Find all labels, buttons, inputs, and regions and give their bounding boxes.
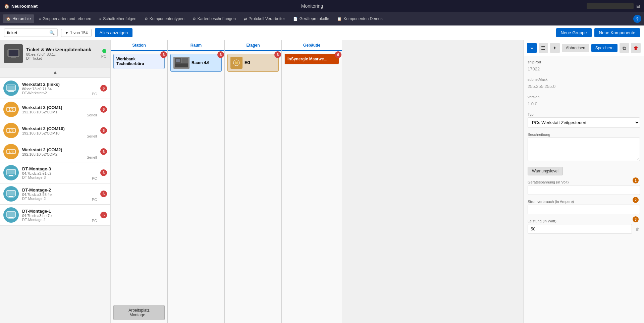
nav-hierarchie[interactable]: 🏠 Hierarchie <box>3 14 34 23</box>
beschreibung-textarea[interactable] <box>528 138 640 161</box>
right-form: shipPort 17022 subnetMask 255.255.255.0 … <box>524 56 644 323</box>
nav-geraeteprotokolle[interactable]: 📄 Geräteprotokolle <box>290 14 333 23</box>
comp-mac: 192.168.10.52/COM2 <box>22 152 83 156</box>
svg-rect-29 <box>175 63 188 67</box>
hierarchy-columns: Station WerkbankTechnikerbüro 6 Arbeitsp… <box>111 40 523 323</box>
stromverbrauch-input[interactable] <box>528 205 640 214</box>
raum-body: Raum 4.6 6 <box>168 51 224 323</box>
comp-label: DT-Montage-1 <box>22 218 89 222</box>
list-item[interactable]: Werkstatt 2 (links)80:ee:73:c0:71:34DT-W… <box>0 78 110 99</box>
comp-name: Werkstatt 2 (COM2) <box>22 147 83 152</box>
svg-rect-30 <box>176 59 180 62</box>
show-all-button[interactable]: Alles anzeigen <box>95 28 133 37</box>
topbar-right: ⊞ <box>587 3 640 9</box>
comp-mac: 192.168.10.52/COM1 <box>22 110 83 114</box>
svg-text:I/O: I/O <box>9 151 14 154</box>
device-icon-box <box>4 44 23 63</box>
svg-rect-24 <box>9 217 13 218</box>
comp-icon-pc <box>3 207 19 223</box>
station-item-werkbank[interactable]: WerkbankTechnikerbüro 6 <box>113 54 165 69</box>
svg-text:I/O: I/O <box>9 129 14 132</box>
comp-info: DT-Montage-304:7b:cb:a3:e1:c2DT-Montage-… <box>22 166 89 179</box>
svg-rect-28 <box>182 58 188 63</box>
nav-protokoll[interactable]: ⇄ Protokoll Verarbeiter <box>240 14 288 23</box>
raum-thumbnail <box>173 57 190 69</box>
svg-rect-5 <box>7 86 15 90</box>
comp-name: DT-Montage-1 <box>22 209 89 214</box>
list-item[interactable]: I/OWerkstatt 2 (COM1)192.168.10.52/COM1S… <box>0 99 110 120</box>
comp-badge: 6 <box>100 106 107 113</box>
nav-gruppenarten-label: Gruppenarten und -ebenen <box>43 16 91 21</box>
component-list: ▲ Werkstatt 2 (links)80:ee:73:c0:71:34DT… <box>0 67 110 323</box>
leistung-input[interactable] <box>528 224 632 234</box>
warnungslevel-button[interactable]: Warnungslevel <box>528 167 563 175</box>
svg-rect-19 <box>7 191 15 196</box>
nav-komponentendemos[interactable]: 📋 Komponenten Demos <box>334 14 386 23</box>
raum-item-raum46[interactable]: Raum 4.6 6 <box>170 54 222 72</box>
device-info: Ticket & Werkzeugdatenbank 80:ee:73:d4:8… <box>26 47 98 60</box>
svg-rect-33 <box>236 61 237 62</box>
list-tool-button[interactable]: ☰ <box>539 43 548 53</box>
list-item[interactable]: DT-Montage-204:7b:cb:a3:98:4eDT-Montage-… <box>0 183 110 205</box>
delete-button[interactable]: 🗑 <box>631 43 641 53</box>
arrows-tool-button[interactable]: » <box>527 43 537 53</box>
toolbar: 🔍 ▼ 1 von 154 Alles anzeigen Neue Gruppe… <box>0 25 644 40</box>
komponentendemos-icon: 📋 <box>337 17 342 21</box>
center-panel: Station WerkbankTechnikerbüro 6 Arbeitsp… <box>111 40 523 323</box>
etagen-header: Etagen <box>225 40 281 51</box>
nav-schaltreihenfolgen[interactable]: ≡ Schaltreihenfolgen <box>96 14 140 23</box>
star-tool-button[interactable]: ✦ <box>550 43 560 53</box>
search-input[interactable] <box>7 30 47 35</box>
version-value: 1.0.0 <box>528 100 640 108</box>
neue-gruppe-button[interactable]: Neue Gruppe <box>556 28 592 37</box>
comp-badge: 6 <box>100 148 107 155</box>
nav-protokoll-label: Protokoll Verarbeiter <box>249 16 285 21</box>
comp-mac: 80:ee:73:c0:71:34 <box>22 87 89 91</box>
comp-type-badge: PC <box>92 219 97 223</box>
leistung-delete-icon[interactable]: 🗑 <box>635 226 640 232</box>
neue-komponente-button[interactable]: Neue Komponente <box>594 28 640 37</box>
collapse-list-button[interactable]: ▲ <box>0 67 110 78</box>
comp-label: DT-Montage-3 <box>22 175 89 179</box>
svg-rect-7 <box>8 91 14 92</box>
comp-info: DT-Montage-204:7b:cb:a3:98:4eDT-Montage-… <box>22 187 89 201</box>
filter-count: 1 von 154 <box>70 31 88 35</box>
gebaeude-item-insynergie[interactable]: InSynergie Maarwe... 6 <box>284 54 339 64</box>
nav-kartenbeschriftungen[interactable]: ⚙ Kartenbeschriftungen <box>189 14 239 23</box>
help-button[interactable]: ? <box>633 15 641 23</box>
etage-icon <box>230 57 243 69</box>
device-card[interactable]: Ticket & Werkzeugdatenbank 80:ee:73:d4:8… <box>0 40 110 67</box>
svg-rect-2 <box>11 57 16 58</box>
shipport-value: 17022 <box>528 65 640 73</box>
shipport-group: shipPort 17022 <box>528 60 640 73</box>
abbrechen-button[interactable]: Abbrechen <box>562 44 589 52</box>
list-item[interactable]: I/OWerkstatt 2 (COM2)192.168.10.52/COM2S… <box>0 141 110 162</box>
subnetmask-group: subnetMask 255.255.255.0 <box>528 77 640 90</box>
list-item[interactable]: I/OWerkstatt 2 (COM10)192.168.10.52/COM1… <box>0 120 110 141</box>
leistung-badge: 3 <box>633 216 639 222</box>
etage-item-eg[interactable]: EG 6 <box>227 54 279 72</box>
raum-column: Raum Raum 4.6 6 <box>168 40 225 323</box>
device-type: DT-Ticket <box>26 56 98 60</box>
right-toolbar: » ☰ ✦ Abbrechen Speichern ⧉ 🗑 <box>524 40 644 56</box>
copy-button[interactable]: ⧉ <box>620 43 629 53</box>
arbeitsplatz-item[interactable]: ArbeitsplatzMontage... <box>113 305 165 320</box>
right-panel: » ☰ ✦ Abbrechen Speichern ⧉ 🗑 shipPort 1… <box>523 40 644 323</box>
nav-komponentendemos-label: Komponenten Demos <box>343 16 382 21</box>
geraetespannung-input[interactable] <box>528 185 640 195</box>
speichern-button[interactable]: Speichern <box>591 44 618 52</box>
stromverbrauch-label: Stromverbrauch (in Ampere) <box>528 200 640 204</box>
typ-select[interactable]: PCs Werkstatt Zeitgesteuert Andere Optio… <box>528 117 640 128</box>
device-pc-label: PC <box>101 54 106 58</box>
list-item[interactable]: DT-Montage-304:7b:cb:a3:e1:c2DT-Montage-… <box>0 162 110 183</box>
nav-gruppenarten[interactable]: ≡ Gruppenarten und -ebenen <box>36 14 95 23</box>
gebaeude-body: InSynergie Maarwe... 6 <box>282 51 342 323</box>
station-body: WerkbankTechnikerbüro 6 ArbeitsplatzMont… <box>111 51 167 323</box>
etage-label: EG <box>245 60 250 65</box>
hierarchie-icon: 🏠 <box>6 17 11 21</box>
svg-rect-1 <box>9 50 18 56</box>
comp-name: Werkstatt 2 (links) <box>22 82 89 87</box>
comp-mac: 04:7b:cb:a3:be:7e <box>22 214 89 218</box>
list-item[interactable]: DT-Montage-104:7b:cb:a3:be:7eDT-Montage-… <box>0 205 110 226</box>
nav-komponenten[interactable]: ⚙ Komponententypen <box>141 14 188 23</box>
